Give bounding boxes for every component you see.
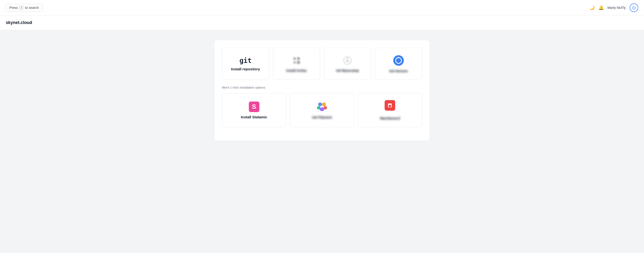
content-card: git Install repository Install Actias: [214, 40, 430, 141]
header: Press / to search 🌙 🔔 Marty McFly: [0, 0, 644, 15]
statamic-install-card[interactable]: S Install Statamic: [222, 93, 286, 127]
header-right: 🌙 🔔 Marty McFly: [589, 3, 638, 12]
sync-icon: [393, 55, 404, 66]
cards-row-1: git Install repository Install Actias: [222, 48, 422, 80]
card3-label: Init Basecamp: [336, 69, 359, 72]
install-card-row2-3[interactable]: Wachtwoord: [358, 93, 422, 127]
svg-rect-1: [293, 57, 296, 60]
statamic-icon: S: [249, 102, 260, 112]
git-install-label: Install repository: [231, 67, 260, 71]
card4-label: Init Horizon: [389, 69, 408, 73]
svg-point-10: [322, 102, 326, 106]
svg-point-13: [320, 107, 324, 111]
install-card-4[interactable]: Init Horizon: [375, 48, 422, 80]
git-icon-text: git: [240, 57, 252, 64]
svg-point-9: [318, 102, 322, 106]
main-content: git Install repository Install Actias: [0, 30, 644, 150]
bell-icon[interactable]: 🔔: [598, 5, 604, 10]
dark-mode-icon[interactable]: 🌙: [589, 5, 594, 10]
page-title-area: skynet.cloud: [0, 15, 644, 30]
card3-icon: [342, 55, 353, 66]
power-icon: [632, 6, 636, 10]
section-more-label: More 1-click installation options: [222, 86, 422, 89]
page-title: skynet.cloud: [6, 20, 638, 25]
card2-icon-svg: [291, 55, 302, 66]
colorful-icon-svg: [316, 101, 328, 112]
svg-rect-2: [297, 57, 300, 60]
search-button-press-label: Press: [9, 6, 18, 10]
install-card-row2-2[interactable]: Init Filament: [290, 93, 354, 127]
statamic-install-label: Install Statamic: [241, 115, 267, 119]
card2-label: Install Actias: [286, 69, 307, 72]
card-row2-2-label: Init Filament: [312, 116, 332, 119]
colorful-icon: [316, 101, 328, 112]
slash-key: /: [20, 6, 24, 10]
cards-row-2: S Install Statamic Init Filament: [222, 93, 422, 127]
card3-icon-svg: [342, 55, 353, 66]
install-card-3[interactable]: Init Basecamp: [324, 48, 371, 80]
red-icon-svg: [387, 103, 392, 108]
red-square-icon: [384, 100, 395, 111]
install-card-2[interactable]: Install Actias: [273, 48, 320, 80]
git-install-card[interactable]: git Install repository: [222, 48, 269, 80]
svg-point-6: [347, 58, 348, 59]
search-button[interactable]: Press / to search: [6, 4, 42, 12]
card2-icon: [291, 55, 302, 66]
svg-rect-15: [389, 105, 391, 107]
card-row2-3-label: Wachtwoord: [380, 116, 400, 120]
search-button-suffix-label: to search: [25, 6, 39, 10]
user-name: Marty McFly: [608, 6, 626, 10]
sync-icon-container: [393, 55, 404, 66]
power-button[interactable]: [630, 3, 638, 12]
red-square-icon-group: [384, 100, 395, 114]
svg-rect-3: [293, 61, 296, 64]
